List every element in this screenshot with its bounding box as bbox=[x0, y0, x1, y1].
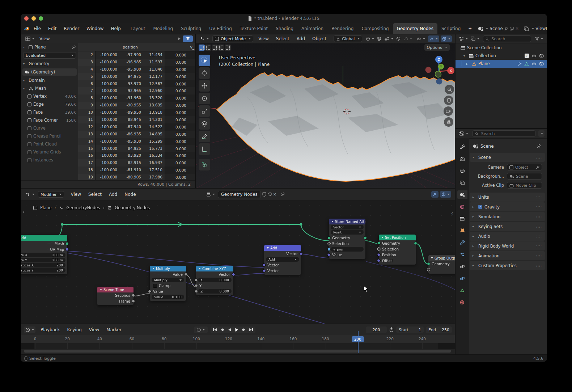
options-drop[interactable]: Options bbox=[424, 44, 450, 51]
workspace-tab-animation[interactable]: Animation bbox=[297, 23, 327, 34]
menu-help[interactable]: Help bbox=[107, 26, 124, 31]
table-row[interactable]: 9-100.000-90.95513.6350.000 bbox=[78, 102, 195, 109]
active-clip-field[interactable]: Movie Clip bbox=[507, 182, 542, 189]
gizmo-negative-y[interactable] bbox=[435, 71, 441, 77]
proportional-edit-icon[interactable] bbox=[395, 35, 402, 42]
table-row[interactable]: 2-100.000-97.99011.4340.000 bbox=[78, 51, 195, 59]
socket-geometry-in[interactable] bbox=[427, 262, 430, 266]
node-menu-add[interactable]: Add bbox=[105, 192, 121, 197]
select-box-button[interactable] bbox=[205, 45, 211, 51]
add-operation-dropdown[interactable]: Add bbox=[266, 257, 299, 262]
scene-selector[interactable]: Scene ✕ bbox=[478, 26, 519, 31]
use-preview-range-icon[interactable] bbox=[389, 327, 394, 332]
table-row[interactable]: 15-100.000-84.92515.7730.000 bbox=[78, 145, 195, 152]
table-row[interactable]: 16-100.000-83.92016.3340.000 bbox=[78, 152, 195, 159]
table-row[interactable]: 5-100.000-94.97512.1770.000 bbox=[78, 73, 195, 80]
measure-tool[interactable] bbox=[199, 143, 210, 155]
select-tweak-button[interactable] bbox=[199, 45, 205, 51]
store-domain-dropdown[interactable]: Point bbox=[331, 230, 364, 235]
timeline-scrollbar[interactable] bbox=[24, 350, 451, 353]
spreadsheet-table-header[interactable]: position v_ bbox=[78, 43, 195, 51]
background-scene-field[interactable]: Scene bbox=[507, 173, 542, 180]
node-menu-view[interactable]: View bbox=[67, 192, 84, 197]
socket-mesh-out[interactable] bbox=[65, 242, 69, 245]
socket-frame-out[interactable] bbox=[132, 300, 135, 303]
pin-icon[interactable] bbox=[537, 144, 541, 148]
domain-edge[interactable]: Edge79.6K bbox=[21, 100, 78, 108]
table-row[interactable]: 6-100.000-93.97012.5670.000 bbox=[78, 80, 195, 88]
orientation-dropdown[interactable]: Global bbox=[334, 35, 362, 42]
table-row[interactable]: 8-100.000-91.96013.3200.000 bbox=[78, 94, 195, 102]
pin-icon[interactable] bbox=[72, 45, 76, 49]
table-row[interactable]: 18-100.000-81.91017.5100.000 bbox=[78, 167, 195, 174]
workspace-tab-rendering[interactable]: Rendering bbox=[327, 23, 357, 34]
pan-hand-button[interactable] bbox=[444, 96, 453, 105]
add-workspace-button[interactable]: + bbox=[465, 26, 475, 31]
copy-icon[interactable] bbox=[268, 192, 272, 197]
workspace-tab-uv-editing[interactable]: UV Editing bbox=[205, 23, 236, 34]
auto-keying-toggle[interactable] bbox=[194, 326, 208, 333]
camera-icon[interactable] bbox=[539, 62, 544, 66]
properties-tab-constraints[interactable] bbox=[457, 274, 467, 283]
node-tree-name[interactable]: Geometry Nodes bbox=[218, 191, 261, 198]
camera-view-button[interactable] bbox=[444, 106, 453, 116]
panel-animation[interactable]: ▸Animation:::: bbox=[470, 251, 545, 260]
node-group-output[interactable]: Group Output Geometry bbox=[428, 255, 455, 274]
outliner-search[interactable] bbox=[483, 35, 531, 42]
select-circle-button[interactable] bbox=[212, 45, 218, 51]
timeline-menu-keying[interactable]: Keying bbox=[64, 327, 85, 332]
jump-end-button[interactable] bbox=[247, 326, 255, 333]
properties-tab-data[interactable] bbox=[457, 286, 467, 295]
combine-z-field[interactable]: Z0.000 bbox=[198, 289, 232, 294]
multiply-operation-dropdown[interactable]: Multiply bbox=[152, 278, 184, 282]
socket-geometry-in[interactable] bbox=[377, 242, 381, 245]
node-combine-xyz[interactable]: Combine XYZ Vector X0.000 Y Z0.000 bbox=[196, 266, 233, 295]
store-type-dropdown[interactable]: Vector bbox=[331, 225, 364, 229]
node-menu-node[interactable]: Node bbox=[121, 192, 139, 197]
camera-icon[interactable] bbox=[539, 54, 544, 58]
close-window-button[interactable] bbox=[24, 16, 29, 21]
tool-settings-icon[interactable] bbox=[199, 35, 210, 42]
node-vector-add[interactable]: Add Vector Add Vector Vector bbox=[264, 245, 301, 275]
domain-face-corner[interactable]: Face Corner158K bbox=[21, 116, 78, 124]
properties-search-input[interactable] bbox=[480, 131, 533, 136]
properties-tab-output[interactable] bbox=[457, 167, 467, 175]
node-canvas[interactable]: Plane› GeometryNodes› Geometry Nodes bbox=[21, 200, 455, 324]
evaluation-state-dropdown[interactable]: Evaluated bbox=[23, 52, 76, 59]
properties-tab-particles[interactable] bbox=[457, 250, 467, 259]
properties-tab-material[interactable] bbox=[457, 298, 467, 307]
table-row[interactable]: 11-100.000-88.94514.2010.000 bbox=[78, 116, 195, 123]
panel-simulation[interactable]: ▸Simulation:::: bbox=[470, 212, 545, 221]
reroute-node[interactable] bbox=[61, 223, 64, 226]
table-row[interactable]: 19-100.000-80.90517.9860.000 bbox=[78, 174, 195, 181]
panel-custom-properties[interactable]: ▸Custom Properties:::: bbox=[470, 261, 545, 270]
properties-tab-physics[interactable] bbox=[457, 262, 467, 271]
outliner-filter-image-icon[interactable] bbox=[469, 35, 481, 42]
timeline-ruler[interactable]: 020406080100120140160180200220240200 bbox=[21, 335, 455, 343]
timeline-menu-playback[interactable]: Playback bbox=[37, 327, 64, 332]
filter-toggle-button[interactable] bbox=[183, 35, 193, 42]
node-gizmo-toggle[interactable] bbox=[431, 191, 438, 198]
workspace-tab-modeling[interactable]: Modeling bbox=[149, 23, 177, 34]
play-button[interactable] bbox=[233, 326, 240, 333]
properties-tab-render[interactable] bbox=[457, 155, 467, 163]
node-multiply[interactable]: Multiply Value Multiply Clamp Value Valu… bbox=[150, 266, 186, 301]
table-row[interactable]: 13-100.000-86.93514.8950.000 bbox=[78, 131, 195, 138]
node-tree-type-dropdown[interactable]: Modifier bbox=[38, 191, 64, 198]
viewlayer-selector[interactable]: ViewLayer bbox=[524, 26, 547, 31]
outliner-display-mode-icon[interactable] bbox=[458, 35, 469, 42]
snap-target-icon[interactable] bbox=[383, 35, 395, 42]
frame-start-field[interactable]: Start1 bbox=[396, 326, 424, 333]
spreadsheet-view-menu[interactable]: View bbox=[36, 36, 53, 41]
exclude-checkbox[interactable]: ✓ bbox=[525, 54, 529, 58]
new-scene-icon[interactable] bbox=[510, 26, 514, 31]
domain-vertex[interactable]: Vertex40.0K bbox=[21, 92, 78, 100]
properties-tab-scene[interactable] bbox=[457, 190, 467, 199]
geometry-section-header[interactable]: ▾Geometry bbox=[21, 60, 78, 68]
domain-face[interactable]: Face39.6K bbox=[21, 108, 78, 116]
zoom-button[interactable] bbox=[445, 85, 454, 94]
gizmo-negative-x[interactable] bbox=[425, 67, 432, 73]
properties-tab-collection[interactable] bbox=[457, 214, 467, 223]
transform-tool[interactable] bbox=[199, 118, 210, 130]
minimize-window-button[interactable] bbox=[31, 16, 36, 21]
